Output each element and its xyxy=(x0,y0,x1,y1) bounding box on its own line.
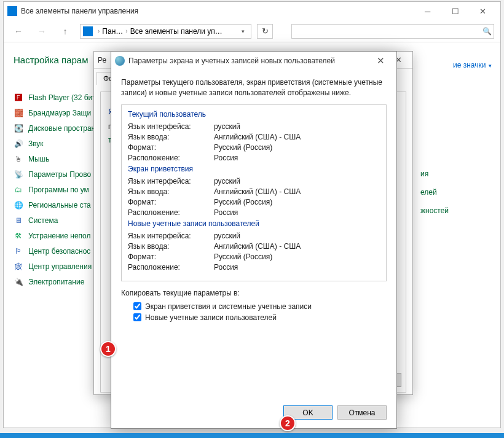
setting-row: Расположение:Россия xyxy=(128,208,380,217)
setting-key: Расположение: xyxy=(128,263,214,272)
search-icon[interactable]: 🔍 xyxy=(480,27,494,36)
item-label: Региональные ста xyxy=(28,201,91,209)
group-title: Текущий пользователь xyxy=(128,110,380,119)
globe-icon xyxy=(115,56,125,66)
setting-row: Язык ввода:Английский (США) - США xyxy=(128,133,380,141)
item-icon: 🛠 xyxy=(14,231,23,241)
item-icon: 🖥 xyxy=(14,216,23,225)
close-button[interactable]: ✕ xyxy=(469,2,497,20)
item-icon: 🧱 xyxy=(14,108,23,118)
refresh-button[interactable]: ↻ xyxy=(257,24,273,39)
chevron-right-icon: › xyxy=(125,28,127,34)
setting-value: Русский (Россия) xyxy=(214,252,272,261)
group-title: Экран приветствия xyxy=(128,165,380,173)
chevron-down-icon[interactable]: ▾ xyxy=(237,28,248,34)
setting-key: Язык интерфейса: xyxy=(128,177,214,186)
setting-key: Формат: xyxy=(128,252,214,261)
item-label: Программы по ум xyxy=(28,186,89,194)
chevron-right-icon: › xyxy=(98,28,100,34)
checkbox-input[interactable] xyxy=(133,313,141,321)
setting-value: Россия xyxy=(214,208,238,217)
modal-close-button[interactable]: ✕ xyxy=(368,52,393,70)
main-titlebar: Все элементы панели управления ─ ☐ ✕ xyxy=(4,2,500,20)
item-icon: 💽 xyxy=(14,123,23,133)
breadcrumb[interactable]: › Пан… › Все элементы панели уп… ▾ xyxy=(80,24,251,39)
item-icon: 🔌 xyxy=(14,277,23,287)
item-label: Брандмауэр Защи xyxy=(28,109,91,117)
setting-value: русский xyxy=(214,232,240,240)
setting-row: Язык ввода:Английский (США) - США xyxy=(128,242,380,251)
setting-key: Формат: xyxy=(128,198,214,206)
callout-marker-2: 2 xyxy=(280,415,296,431)
group-title: Новые учетные записи пользователей xyxy=(128,219,380,228)
nav-up-icon[interactable]: ↑ xyxy=(57,23,74,40)
item-icon: 🗂 xyxy=(14,185,23,195)
item-label: Звук xyxy=(28,139,44,148)
control-panel-icon xyxy=(7,6,17,16)
navbar: ← → ↑ › Пан… › Все элементы панели уп… ▾… xyxy=(4,20,500,42)
breadcrumb-part-1[interactable]: Пан… xyxy=(102,27,123,36)
nav-back-icon[interactable]: ← xyxy=(10,23,27,40)
item-label: Система xyxy=(28,216,58,225)
setting-key: Язык ввода: xyxy=(128,242,214,251)
peek-fragment: ия xyxy=(420,165,481,183)
item-label: Flash Player (32 бит xyxy=(28,93,96,102)
copy-settings-label: Копировать текущие параметры в: xyxy=(121,289,387,297)
item-label: Центр безопаснос xyxy=(28,247,90,256)
checkbox-label: Новые учетные записи пользователей xyxy=(145,313,277,322)
modal-description: Параметры текущего пользователя, экран п… xyxy=(121,77,387,98)
view-mode-link[interactable]: ие значки xyxy=(453,61,492,69)
item-label: Дисковые простран xyxy=(28,124,95,133)
item-label: Устранение непол xyxy=(28,232,91,240)
minimize-button[interactable]: ─ xyxy=(414,2,441,20)
setting-value: русский xyxy=(214,177,240,186)
setting-value: Россия xyxy=(214,263,238,272)
checkbox-new-users[interactable]: Новые учетные записи пользователей xyxy=(133,313,387,322)
welcome-screen-settings-dialog: Параметры экрана и учетных записей новых… xyxy=(111,51,397,429)
setting-value: Английский (США) - США xyxy=(214,187,301,196)
setting-value: Английский (США) - США xyxy=(214,242,301,251)
checkbox-input[interactable] xyxy=(133,302,141,310)
setting-row: Расположение:Россия xyxy=(128,263,380,272)
setting-value: Английский (США) - США xyxy=(214,133,301,141)
item-label: Параметры Прово xyxy=(28,170,91,179)
setting-key: Язык ввода: xyxy=(128,187,214,196)
setting-value: Русский (Россия) xyxy=(214,198,272,206)
item-icon: 🅵 xyxy=(14,93,23,103)
setting-key: Формат: xyxy=(128,143,214,152)
item-icon: 🏳 xyxy=(14,246,23,256)
breadcrumb-icon xyxy=(83,26,93,36)
setting-row: Формат:Русский (Россия) xyxy=(128,252,380,261)
search-box[interactable]: 🔍 xyxy=(291,24,494,39)
setting-row: Язык ввода:Английский (США) - США xyxy=(128,187,380,196)
setting-row: Язык интерфейса:русский xyxy=(128,122,380,131)
setting-row: Формат:Русский (Россия) xyxy=(128,198,380,206)
maximize-button[interactable]: ☐ xyxy=(441,2,469,20)
taskbar xyxy=(0,433,504,438)
setting-key: Язык интерфейса: xyxy=(128,122,214,131)
checkbox-welcome-screen[interactable]: Экран приветствия и системные учетные за… xyxy=(133,302,387,311)
setting-key: Расположение: xyxy=(128,208,214,217)
breadcrumb-part-2[interactable]: Все элементы панели уп… xyxy=(130,27,222,36)
setting-value: Русский (Россия) xyxy=(214,143,272,152)
setting-value: русский xyxy=(214,122,240,131)
item-icon: 🕸 xyxy=(14,262,23,272)
modal-title: Параметры экрана и учетных записей новых… xyxy=(128,57,335,65)
callout-marker-1: 1 xyxy=(100,341,116,357)
item-icon: 🌐 xyxy=(14,200,23,210)
item-icon: 🖱 xyxy=(14,154,23,164)
setting-key: Расположение: xyxy=(128,154,214,162)
setting-row: Расположение:Россия xyxy=(128,154,380,162)
search-input[interactable] xyxy=(292,27,480,36)
setting-row: Формат:Русский (Россия) xyxy=(128,143,380,152)
item-icon: 📡 xyxy=(14,170,23,179)
item-label: Мышь xyxy=(28,155,50,163)
cancel-button[interactable]: Отмена xyxy=(337,405,387,420)
setting-row: Язык интерфейса:русский xyxy=(128,177,380,186)
right-column-peek: ияелейжностей xyxy=(420,165,481,220)
region-dialog-title: Ре xyxy=(98,56,106,65)
nav-forward-icon[interactable]: → xyxy=(33,23,50,40)
settings-groupbox: Текущий пользовательЯзык интерфейса:русс… xyxy=(121,104,387,281)
item-icon: 🔊 xyxy=(14,139,23,149)
setting-key: Язык ввода: xyxy=(128,133,214,141)
